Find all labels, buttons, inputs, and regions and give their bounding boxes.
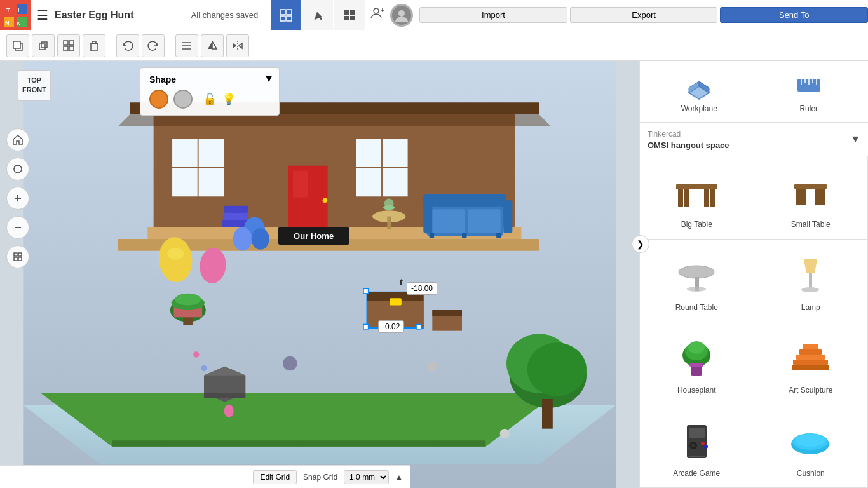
svg-point-139 <box>688 341 705 354</box>
svg-rect-27 <box>69 41 74 45</box>
delete-button[interactable] <box>83 34 105 57</box>
svg-rect-148 <box>689 428 705 438</box>
avatar[interactable] <box>390 4 413 27</box>
svg-point-79 <box>252 228 269 250</box>
svg-rect-164 <box>18 257 22 261</box>
pick-tool-button[interactable] <box>302 0 333 30</box>
svg-rect-91 <box>363 288 368 293</box>
svg-point-150 <box>691 444 695 447</box>
svg-text:T: T <box>6 7 10 13</box>
svg-rect-94 <box>416 324 421 329</box>
svg-rect-66 <box>468 209 500 233</box>
project-title[interactable]: Easter Egg Hunt <box>55 10 191 21</box>
svg-rect-87 <box>496 233 501 238</box>
library-arrow[interactable]: ▼ <box>850 133 860 145</box>
big-table-label: Big Table <box>681 220 712 229</box>
svg-rect-65 <box>432 209 465 233</box>
add-user-button[interactable] <box>366 6 389 25</box>
view-top-label: TOP <box>22 76 46 85</box>
lib-item-small-table[interactable]: Small Table <box>754 156 869 240</box>
svg-text:Our Home: Our Home <box>294 231 334 241</box>
svg-rect-86 <box>462 233 466 238</box>
svg-rect-23 <box>13 41 20 48</box>
svg-point-132 <box>687 287 706 292</box>
library-header: Tinkercad OMSI hangout space ▼ <box>640 123 868 156</box>
undo-button[interactable] <box>116 34 139 57</box>
svg-marker-43 <box>41 393 557 447</box>
lib-item-big-table[interactable]: Big Table <box>640 156 754 240</box>
svg-rect-68 <box>387 217 391 230</box>
menu-button[interactable]: ☰ <box>31 8 55 23</box>
canvas-area[interactable]: Our Home <box>0 61 639 488</box>
svg-point-100 <box>527 342 587 396</box>
svg-rect-28 <box>64 46 68 51</box>
export-button[interactable]: Export <box>570 7 718 23</box>
workplane-item[interactable]: Workplane <box>648 70 751 113</box>
duplicate-button[interactable] <box>32 34 55 57</box>
svg-rect-13 <box>344 10 349 15</box>
workplane-section: Workplane Ruler <box>640 61 868 123</box>
edit-grid-button[interactable]: Edit Grid <box>253 470 297 484</box>
send-to-button[interactable]: Send To <box>720 7 868 23</box>
zoom-in-button[interactable] <box>6 187 29 210</box>
zoom-out-button[interactable] <box>6 216 29 239</box>
lib-item-round-table[interactable]: Round Table <box>640 240 754 323</box>
shapes-button[interactable] <box>334 0 365 30</box>
workplane-mode-button[interactable] <box>271 0 301 30</box>
main-area: Our Home <box>0 61 868 488</box>
collapse-shape-panel[interactable]: ▼ <box>264 73 274 85</box>
lib-item-cushion[interactable]: Cushion <box>754 405 869 489</box>
round-table-label: Round Table <box>675 303 718 312</box>
topbar-right-buttons <box>271 0 417 30</box>
svg-rect-29 <box>69 46 74 51</box>
lock-icon[interactable]: 🔓 <box>203 92 217 106</box>
camera-controls <box>6 127 29 269</box>
orbit-button[interactable] <box>6 158 29 180</box>
svg-rect-14 <box>350 10 355 15</box>
tinkercad-logo[interactable]: T I N K <box>0 0 31 30</box>
svg-rect-129 <box>815 189 820 205</box>
import-button[interactable]: Import <box>419 7 567 23</box>
svg-point-136 <box>801 287 819 292</box>
lib-item-lamp[interactable]: Lamp <box>754 240 869 323</box>
svg-rect-142 <box>793 360 828 365</box>
mirror-button[interactable] <box>226 34 249 57</box>
home-view-button[interactable] <box>6 128 29 151</box>
color-solid-button[interactable] <box>149 90 168 109</box>
svg-rect-123 <box>684 189 689 207</box>
flip-button[interactable] <box>201 34 224 57</box>
svg-rect-57 <box>293 171 308 198</box>
svg-rect-121 <box>678 189 683 207</box>
lib-item-houseplant[interactable]: Houseplant <box>640 322 754 405</box>
svg-rect-8 <box>280 10 285 15</box>
svg-rect-122 <box>710 189 715 207</box>
copy-button[interactable] <box>6 34 29 57</box>
dimension-label-1[interactable]: -18.00 <box>407 282 437 295</box>
cushion-icon <box>785 416 836 466</box>
snap-dropdown-icon: ▲ <box>395 473 403 482</box>
svg-marker-36 <box>208 41 212 49</box>
svg-rect-124 <box>704 189 709 207</box>
color-hole-button[interactable] <box>173 90 193 109</box>
svg-rect-93 <box>363 324 368 329</box>
save-status: All changes saved <box>191 10 259 20</box>
svg-rect-141 <box>689 363 703 367</box>
lib-item-art-sculpture[interactable]: Art Sculpture <box>754 322 869 405</box>
align-button[interactable] <box>175 34 198 57</box>
fit-view-button[interactable] <box>6 245 29 268</box>
svg-rect-145 <box>803 344 818 349</box>
bulb-icon[interactable]: 💡 <box>222 92 236 106</box>
lamp-icon <box>785 250 836 301</box>
ruler-item[interactable]: Ruler <box>757 70 861 113</box>
svg-point-107 <box>500 429 510 438</box>
houseplant-label: Houseplant <box>677 386 716 395</box>
lib-item-arcade-game[interactable]: Arcade Game <box>640 405 754 489</box>
redo-button[interactable] <box>142 34 165 57</box>
snap-value-select[interactable]: 1.0 mm 0.5 mm 2.0 mm <box>344 470 389 484</box>
scroll-right-button[interactable]: ❯ <box>632 235 649 253</box>
toolbar <box>0 30 868 61</box>
dimension-label-2[interactable]: -0.02 <box>378 320 404 333</box>
view-cube-label[interactable]: TOP FRONT <box>18 70 51 101</box>
svg-text:I: I <box>18 7 20 13</box>
group-button[interactable] <box>57 34 80 57</box>
